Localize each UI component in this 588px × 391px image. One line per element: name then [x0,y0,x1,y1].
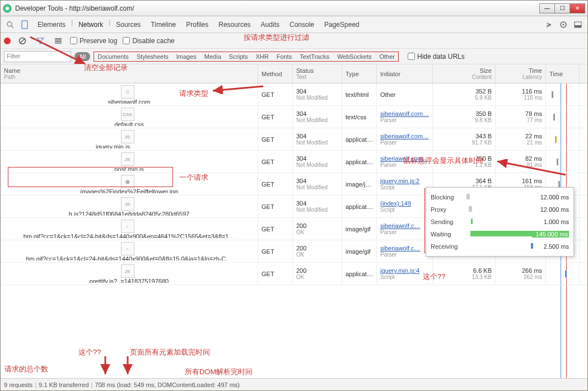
search-icon[interactable] [4,18,16,31]
panel-tabs: Elements| Network| Sources Timeline Prof… [33,18,364,31]
svg-point-2 [7,22,12,26]
file-icon: CSS [121,108,134,121]
svg-line-15 [213,86,263,91]
header-timeline[interactable]: Time [546,64,580,83]
settings-icon[interactable] [557,18,570,31]
file-icon: ▫ [121,220,134,233]
table-row[interactable]: JSprettify.js?_=1418375197680/js/prettif… [1,263,587,285]
tab-network[interactable]: Network [74,18,108,31]
svg-point-1 [6,7,9,10]
record-button[interactable] [4,38,11,44]
header-time[interactable]: TimeLatency [496,64,546,83]
tab-timeline[interactable]: Timeline [146,18,180,31]
maximize-button[interactable]: ☐ [554,3,570,13]
svg-rect-8 [575,25,581,27]
tab-profiles[interactable]: Profiles [181,18,213,31]
file-icon: JS [121,130,134,143]
status-bar: 9 requests| 9.1 KB transferred| 708 ms (… [1,378,587,390]
dock-icon[interactable] [572,18,584,31]
svg-line-16 [497,161,566,175]
main-tabs-bar: Elements| Network| Sources Timeline Prof… [1,16,587,33]
devtools-icon [3,4,12,13]
svg-line-3 [11,26,13,28]
file-icon: JS [121,264,134,278]
tab-elements[interactable]: Elements [33,18,70,31]
table-row[interactable]: CSSdefault.css/cssGET304Not Modifiedtext… [1,106,587,128]
tab-pagespeed[interactable]: PageSpeed [320,18,364,31]
svg-rect-4 [22,21,27,29]
filter-texttracks[interactable]: TextTracks [300,53,329,60]
tab-console[interactable]: Console [285,18,319,31]
filter-fonts[interactable]: Fonts [277,53,292,60]
type-filters: Documents Stylesheets Images Media Scrip… [94,52,399,62]
file-icon: JS [121,152,134,166]
file-icon: JS [121,197,134,211]
filter-documents[interactable]: Documents [97,53,129,60]
window-title: Developer Tools - http://siberiawolf.com… [15,4,540,12]
filter-other[interactable]: Other [380,53,395,60]
device-icon[interactable] [18,18,31,31]
svg-line-14 [30,37,85,64]
filter-xhr[interactable]: XHR [255,53,268,60]
status-requests: 9 requests [4,381,32,388]
hide-data-urls[interactable]: Hide data URLs [408,53,465,60]
svg-line-10 [20,39,25,43]
titlebar: Developer Tools - http://siberiawolf.com… [1,1,587,16]
status-transferred: 9.1 KB transferred [39,381,88,388]
file-icon: ▫ [121,242,134,255]
header-size[interactable]: SizeContent [433,64,496,83]
filter-images[interactable]: Images [176,53,197,60]
table-row[interactable]: ◇siberiawolf.comGET304Not Modifiedtext/h… [1,83,587,106]
drawer-icon[interactable]: ≽ [543,18,555,31]
tab-resources[interactable]: Resources [214,18,255,31]
status-timing: 708 ms (load: 549 ms, DOMContentLoaded: … [95,381,240,388]
filter-stylesheets[interactable]: Stylesheets [137,53,169,60]
header-status[interactable]: StatusText [293,64,342,83]
file-icon: ▦ [121,175,134,188]
tab-audits[interactable]: Audits [256,18,284,31]
filter-media[interactable]: Media [204,53,221,60]
timing-tooltip: Blocking12.000 ms Proxy12.000 ms Sending… [426,187,574,257]
tab-sources[interactable]: Sources [111,18,145,31]
file-icon: ◇ [121,85,134,99]
header-type[interactable]: Type [342,64,377,83]
minimize-button[interactable]: — [539,3,555,13]
table-row[interactable]: JSjquery.min.jslibs.baidu.com/jquery/1.7… [1,128,587,151]
disable-cache-checkbox[interactable]: Disable cache [123,37,174,45]
clear-button[interactable] [16,35,29,47]
header-initiator[interactable]: Initiator [377,64,433,83]
filter-websockets[interactable]: WebSockets [337,53,372,60]
svg-point-6 [563,24,564,25]
close-button[interactable]: ✕ [570,3,585,13]
filter-scripts[interactable]: Scripts [229,53,248,60]
